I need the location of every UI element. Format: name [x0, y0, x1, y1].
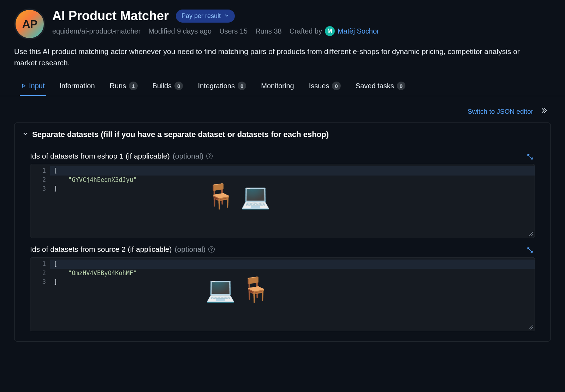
expand-icon[interactable]	[527, 153, 534, 162]
code-line: ]	[54, 185, 57, 192]
resize-handle[interactable]	[528, 231, 533, 236]
tab-issues-label: Issues	[309, 82, 329, 90]
tab-runs-label: Runs	[110, 82, 126, 90]
section-title: Separate datasets (fill if you have a se…	[32, 130, 329, 139]
tab-saved-tasks[interactable]: Saved tasks 0	[354, 77, 407, 96]
tab-issues-count: 0	[332, 82, 340, 90]
line-number: 2	[37, 176, 46, 185]
tab-builds-count: 0	[174, 82, 183, 90]
pricing-label: Pay per result	[182, 12, 221, 20]
help-icon[interactable]: ?	[208, 246, 215, 253]
code-line: ]	[54, 278, 57, 285]
gutter: 1 2 3	[30, 164, 50, 238]
line-number: 1	[37, 260, 46, 269]
tab-builds[interactable]: Builds 0	[151, 77, 185, 96]
line-number: 3	[37, 184, 46, 194]
actor-logo: AP	[14, 8, 45, 40]
actor-logo-initials: AP	[22, 18, 37, 31]
section-header[interactable]: Separate datasets (fill if you have a se…	[14, 123, 551, 146]
code-body[interactable]: [ "GYVCj4hEeqnX3dJyu" ] 🪑 💻	[50, 164, 535, 238]
tab-information[interactable]: Information	[58, 77, 96, 96]
code-line: [	[54, 167, 57, 174]
field2-label: Ids of datasets from source 2 (if applic…	[30, 245, 172, 254]
code-string: "OmzHV4VEByO4KohMF"	[68, 269, 137, 277]
field1-code-editor[interactable]: 1 2 3 [ "GYVCj4hEeqnX3dJyu" ] 🪑 💻	[30, 164, 535, 238]
code-line: [	[54, 260, 57, 267]
modified-date: Modified 9 days ago	[148, 27, 212, 35]
actor-slug: equidem/ai-product-matcher	[52, 27, 141, 35]
tab-integrations-count: 0	[238, 82, 246, 90]
field2-optional: (optional)	[175, 245, 206, 254]
line-number: 2	[37, 269, 46, 278]
chevron-double-right-icon[interactable]	[540, 107, 548, 116]
tab-monitoring[interactable]: Monitoring	[260, 77, 295, 96]
runs-count-meta: Runs 38	[255, 27, 282, 35]
page-title: AI Product Matcher	[52, 8, 169, 23]
tab-input[interactable]: Input	[20, 77, 46, 96]
actor-description: Use this AI product matching actor whene…	[14, 46, 544, 68]
expand-icon[interactable]	[527, 247, 534, 255]
tabs-bar: Input Information Runs 1 Builds 0 Integr…	[0, 77, 565, 96]
line-number: 3	[37, 278, 46, 287]
tab-monitoring-label: Monitoring	[261, 82, 294, 90]
pricing-badge[interactable]: Pay per result	[176, 10, 235, 23]
author-link[interactable]: Matěj Sochor	[338, 27, 379, 35]
tab-integrations-label: Integrations	[198, 82, 235, 90]
tab-integrations[interactable]: Integrations 0	[196, 77, 248, 96]
play-icon	[21, 83, 26, 88]
field2-code-editor[interactable]: 1 2 3 [ "OmzHV4VEByO4KohMF" ] 💻 🪑	[30, 257, 535, 331]
tab-saved-tasks-label: Saved tasks	[356, 82, 394, 90]
tab-issues[interactable]: Issues 0	[308, 77, 342, 96]
tab-builds-label: Builds	[153, 82, 172, 90]
chevron-down-icon	[224, 12, 229, 20]
section-separate-datasets: Separate datasets (fill if you have a se…	[14, 123, 551, 341]
field-source2-ids: Ids of datasets from source 2 (if applic…	[14, 239, 551, 333]
resize-handle[interactable]	[528, 325, 533, 329]
field-eshop1-ids: Ids of datasets from eshop 1 (if applica…	[14, 146, 551, 239]
tab-runs[interactable]: Runs 1	[108, 77, 139, 96]
switch-json-editor-link[interactable]: Switch to JSON editor	[468, 108, 533, 115]
tab-input-label: Input	[29, 82, 44, 90]
gutter: 1 2 3	[30, 257, 50, 331]
crafted-prefix: Crafted by	[290, 27, 322, 35]
users-count: Users 15	[219, 27, 248, 35]
chevron-down-icon	[22, 130, 29, 139]
help-icon[interactable]: ?	[206, 153, 213, 159]
code-body[interactable]: [ "OmzHV4VEByO4KohMF" ] 💻 🪑	[50, 257, 535, 331]
tab-runs-count: 1	[129, 82, 137, 90]
tab-saved-tasks-count: 0	[397, 82, 405, 90]
author-avatar[interactable]: M	[325, 26, 335, 36]
field1-label: Ids of datasets from eshop 1 (if applica…	[30, 152, 170, 160]
field1-optional: (optional)	[173, 152, 204, 160]
tab-information-label: Information	[59, 82, 95, 90]
code-string: "GYVCj4hEeqnX3dJyu"	[68, 176, 137, 183]
crafted-by: Crafted by M Matěj Sochor	[290, 26, 379, 36]
line-number: 1	[37, 166, 46, 176]
